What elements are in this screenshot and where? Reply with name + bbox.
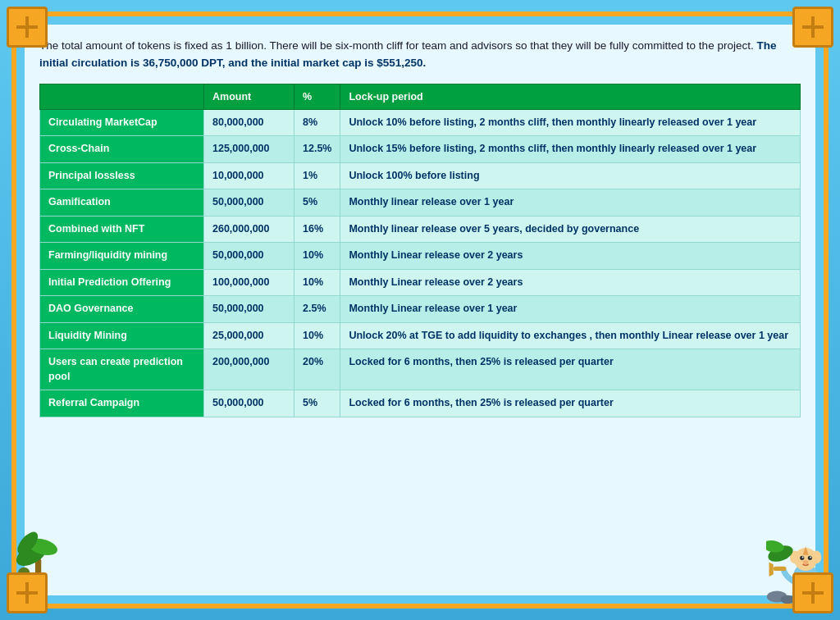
row-pct: 5% [294, 390, 340, 417]
row-lockup: Monthly Linear release over 1 year [340, 296, 801, 323]
row-pct: 20% [294, 349, 340, 390]
row-pct: 12.5% [294, 136, 340, 163]
svg-point-14 [810, 556, 811, 558]
row-lockup: Monthly linear release over 1 year [340, 189, 801, 217]
table-header-row: Amount % Lock-up period [40, 84, 801, 109]
row-amount: 50,000,000 [204, 296, 294, 323]
table-row: DAO Governance50,000,0002.5%Monthly Line… [40, 296, 801, 323]
corner-decoration-br [792, 572, 833, 613]
row-pct: 10% [294, 243, 340, 270]
svg-point-11 [800, 555, 804, 559]
row-lockup: Monthly Linear release over 2 years [340, 243, 801, 270]
row-label: Initial Prediction Offering [40, 269, 204, 296]
decorative-frame: The total amount of tokens is fixed as 1… [11, 11, 829, 609]
row-amount: 50,000,000 [204, 390, 294, 417]
row-pct: 5% [294, 189, 340, 217]
corner-decoration-tr [792, 7, 833, 48]
row-pct: 10% [294, 322, 340, 349]
row-lockup: Locked for 6 months, then 25% is release… [340, 349, 801, 390]
svg-point-15 [803, 560, 809, 564]
row-pct: 10% [294, 269, 340, 296]
table-row: Referral Campaign50,000,0005%Locked for … [40, 390, 801, 417]
row-label: Combined with NFT [40, 216, 204, 243]
intro-text-normal: The total amount of tokens is fixed as 1… [39, 39, 756, 52]
row-pct: 1% [294, 162, 340, 189]
row-pct: 8% [294, 109, 340, 136]
row-lockup: Unlock 20% at TGE to add liquidity to ex… [340, 322, 801, 349]
table-row: Cross-Chain125,000,00012.5%Unlock 15% be… [40, 136, 801, 163]
row-amount: 100,000,000 [204, 269, 294, 296]
row-amount: 50,000,000 [204, 243, 294, 270]
main-content: The total amount of tokens is fixed as 1… [25, 25, 815, 595]
row-amount: 50,000,000 [204, 189, 294, 217]
svg-point-12 [808, 555, 812, 559]
table-row: Circulating MarketCap80,000,0008%Unlock … [40, 109, 801, 136]
row-label: Cross-Chain [40, 136, 204, 163]
svg-rect-17 [774, 567, 787, 571]
table-row: Gamification50,000,0005%Monthly linear r… [40, 189, 801, 217]
svg-marker-18 [769, 562, 774, 577]
row-amount: 200,000,000 [204, 349, 294, 390]
row-amount: 25,000,000 [204, 322, 294, 349]
row-amount: 10,000,000 [204, 162, 294, 189]
table-row: Users can create prediction pool200,000,… [40, 349, 801, 390]
row-label: Referral Campaign [40, 390, 204, 417]
table-row: Liquidity Mining25,000,00010%Unlock 20% … [40, 322, 801, 349]
row-amount: 260,000,000 [204, 216, 294, 243]
row-pct: 2.5% [294, 296, 340, 323]
col-header-amount: Amount [204, 84, 294, 109]
row-label: Circulating MarketCap [40, 109, 204, 136]
col-header-lockup: Lock-up period [340, 84, 801, 109]
row-lockup: Locked for 6 months, then 25% is release… [340, 390, 801, 417]
row-label: Farming/liquidity mining [40, 243, 204, 270]
token-table: Amount % Lock-up period Circulating Mark… [39, 84, 801, 417]
table-row: Initial Prediction Offering100,000,00010… [40, 269, 801, 296]
intro-paragraph: The total amount of tokens is fixed as 1… [39, 38, 801, 72]
corner-decoration-tl [7, 7, 48, 48]
row-label: Liquidity Mining [40, 322, 204, 349]
row-label: Gamification [40, 189, 204, 217]
row-label: Users can create prediction pool [40, 349, 204, 390]
table-row: Farming/liquidity mining50,000,00010%Mon… [40, 243, 801, 270]
row-label: DAO Governance [40, 296, 204, 323]
row-pct: 16% [294, 216, 340, 243]
svg-point-13 [802, 556, 804, 558]
row-lockup: Monthly linear release over 5 years, dec… [340, 216, 801, 243]
col-header-label [40, 84, 204, 109]
row-amount: 125,000,000 [204, 136, 294, 163]
col-header-pct: % [294, 84, 340, 109]
row-lockup: Monthly Linear release over 2 years [340, 269, 801, 296]
table-row: Combined with NFT260,000,00016%Monthly l… [40, 216, 801, 243]
row-lockup: Unlock 100% before listing [340, 162, 801, 189]
row-amount: 80,000,000 [204, 109, 294, 136]
svg-point-10 [811, 550, 821, 563]
corner-decoration-bl [7, 572, 48, 613]
table-row: Principal lossless10,000,0001%Unlock 100… [40, 162, 801, 189]
row-label: Principal lossless [40, 162, 204, 189]
row-lockup: Unlock 15% before listing, 2 months clif… [340, 136, 801, 163]
row-lockup: Unlock 10% before listing, 2 months clif… [340, 109, 801, 136]
